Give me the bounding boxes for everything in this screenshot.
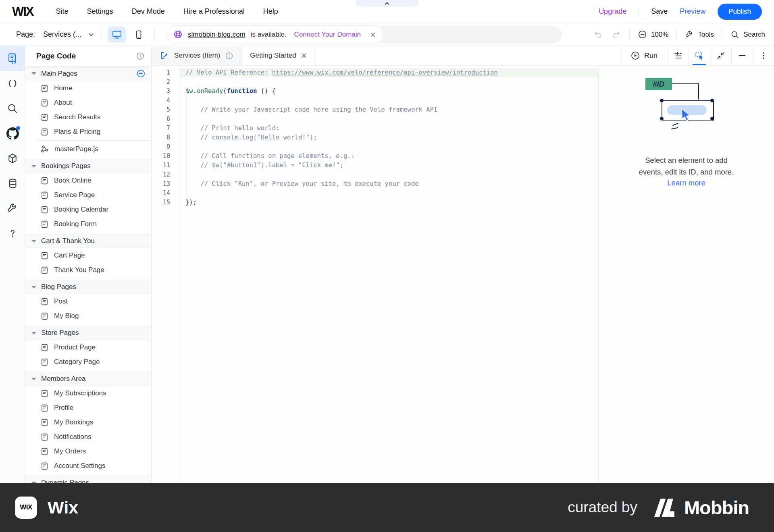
page-item-booking-calendar[interactable]: Booking Calendar	[25, 202, 151, 217]
main-menu: SiteSettingsDev ModeHire a ProfessionalH…	[56, 7, 278, 16]
publish-button[interactable]: Publish	[718, 4, 762, 20]
domain-link[interactable]: slmobbin-blog.com	[188, 31, 246, 39]
section-header-cart-thank-you[interactable]: Cart & Thank You	[25, 234, 151, 248]
search-icon	[730, 30, 739, 39]
search-button[interactable]: Search	[730, 30, 765, 39]
code-line[interactable]: 2	[152, 77, 598, 87]
preview-button[interactable]: Preview	[680, 7, 705, 16]
undo-icon[interactable]	[593, 30, 603, 39]
rail-item-page-code-icon[interactable]	[0, 46, 25, 71]
page	[40, 358, 49, 366]
code-line[interactable]: 12	[152, 170, 598, 179]
more-options-button[interactable]	[753, 46, 774, 65]
wix-logo[interactable]: WIX	[12, 4, 33, 19]
page-item-notifications[interactable]: Notifications	[25, 430, 151, 444]
code-line[interactable]: 7 // Print hello world:	[152, 124, 598, 133]
section-header-blog-pages[interactable]: Blog Pages	[25, 280, 151, 294]
page-item-post[interactable]: Post	[25, 294, 151, 309]
info-circle-icon[interactable]	[225, 52, 233, 60]
chevron-down-icon[interactable]	[88, 31, 94, 38]
page-item-book-online[interactable]: Book Online	[25, 173, 151, 188]
zoom-control[interactable]: 100%	[638, 30, 668, 39]
rail-item-packages-icon[interactable]	[0, 146, 25, 171]
run-button[interactable]: Run	[620, 46, 667, 65]
code-line[interactable]: 5 // Write your Javascript code here usi…	[152, 105, 598, 114]
mobile-view-button[interactable]	[129, 27, 148, 43]
redo-icon[interactable]	[612, 30, 621, 39]
page-item-my-blog[interactable]: My Blog	[25, 309, 151, 323]
rail-item-tools-icon[interactable]	[0, 196, 25, 221]
info-icon[interactable]	[136, 52, 145, 60]
menu-item-hire-a-professional[interactable]: Hire a Professional	[183, 7, 245, 16]
properties-panel-button[interactable]	[667, 46, 689, 65]
close-tab-icon[interactable]	[301, 53, 307, 58]
close-icon[interactable]	[370, 32, 376, 37]
page-selector[interactable]: Services (...	[43, 30, 81, 39]
chevron-up-icon	[384, 1, 390, 5]
page-item-about[interactable]: About	[25, 96, 151, 110]
minimize-button[interactable]	[731, 46, 753, 65]
tab-services-item-[interactable]: Services (Item)	[152, 46, 242, 65]
page-item-service-page[interactable]: Service Page	[25, 188, 151, 202]
menu-item-help[interactable]: Help	[263, 7, 278, 16]
zoom-out-icon[interactable]	[638, 30, 647, 39]
menu-item-settings[interactable]: Settings	[87, 7, 113, 16]
page-item-my-bookings[interactable]: My Bookings	[25, 415, 151, 430]
collapse-header-tab[interactable]	[356, 0, 418, 6]
tools-button[interactable]: Tools	[685, 30, 714, 39]
page-item-product-page[interactable]: Product Page	[25, 340, 151, 355]
code-line[interactable]: 3$w.onReady(function () {	[152, 87, 598, 96]
wrench-icon	[685, 30, 694, 39]
tab-getting-started[interactable]: Getting Started	[242, 46, 315, 65]
section-header-bookings-pages[interactable]: Bookings Pages	[25, 159, 151, 173]
page-item-cart-page[interactable]: Cart Page	[25, 248, 151, 263]
page-item-category-page[interactable]: Category Page	[25, 355, 151, 369]
page-item-profile[interactable]: Profile	[25, 401, 151, 415]
page-item-account-settings[interactable]: Account Settings	[25, 459, 151, 473]
code-line[interactable]: 6	[152, 114, 598, 124]
code-line[interactable]: 14	[152, 189, 598, 198]
code-editor[interactable]: 1// Velo API Reference: https://www.wix.…	[152, 66, 598, 483]
menu-item-site[interactable]: Site	[56, 7, 69, 16]
rail-item-code-files-icon[interactable]	[0, 71, 25, 96]
element-inspector-panel: #ID	[598, 66, 774, 483]
rail-item-github-icon[interactable]	[0, 121, 25, 146]
menubar: WIX SiteSettingsDev ModeHire a Professio…	[0, 0, 774, 23]
section-header-main-pages[interactable]: Main Pages	[25, 66, 151, 81]
page	[40, 343, 49, 352]
page-item-plans-pricing[interactable]: Plans & Pricing	[25, 125, 151, 139]
page-item-my-subscriptions[interactable]: My Subscriptions	[25, 386, 151, 401]
code-line[interactable]: 1// Velo API Reference: https://www.wix.…	[152, 68, 598, 77]
section-header-dynamic-pages[interactable]: Dynamic Pages	[25, 476, 151, 483]
rail-item-help-icon[interactable]	[0, 221, 25, 246]
code-line[interactable]: 15});	[152, 198, 598, 207]
page-item-my-orders[interactable]: My Orders	[25, 444, 151, 459]
code-line[interactable]: 11 // $w("#button1").label = "Click me!"…	[152, 161, 598, 170]
page-item-thank-you-page[interactable]: Thank You Page	[25, 263, 151, 277]
page-item-search-results[interactable]: Search Results	[25, 110, 151, 125]
code-line[interactable]: 9	[152, 142, 598, 152]
add-page-button[interactable]	[136, 69, 146, 78]
collapse-panel-button[interactable]	[710, 46, 731, 65]
menu-item-dev-mode[interactable]: Dev Mode	[132, 7, 165, 16]
rail-item-database-icon[interactable]	[0, 171, 25, 196]
code-line-content	[180, 142, 598, 152]
page-item-masterpage-js[interactable]: masterPage.js	[25, 142, 151, 156]
code-line-content: // Write your Javascript code here using…	[180, 105, 598, 114]
section-header-members-area[interactable]: Members Area	[25, 372, 151, 386]
save-button[interactable]: Save	[651, 7, 668, 16]
select-element-tool[interactable]	[689, 46, 710, 65]
page-item-home[interactable]: Home	[25, 81, 151, 96]
page-item-booking-form[interactable]: Booking Form	[25, 217, 151, 231]
code-line[interactable]: 10 // Call functions on page elements, e…	[152, 152, 598, 161]
section-header-store-pages[interactable]: Store Pages	[25, 326, 151, 340]
connect-domain-link[interactable]: Connect Your Domain	[294, 31, 361, 39]
code-line[interactable]: 13 // Click "Run", or Preview your site,…	[152, 179, 598, 189]
upgrade-link[interactable]: Upgrade	[599, 7, 626, 16]
desktop-view-button[interactable]	[108, 27, 126, 43]
learn-more-link[interactable]: Learn more	[667, 179, 705, 187]
rail-item-search-icon[interactable]	[0, 96, 25, 121]
code-line[interactable]: 8 // console.log("Hello world!");	[152, 133, 598, 142]
code-line[interactable]: 4	[152, 96, 598, 105]
code-files-icon	[6, 77, 19, 89]
